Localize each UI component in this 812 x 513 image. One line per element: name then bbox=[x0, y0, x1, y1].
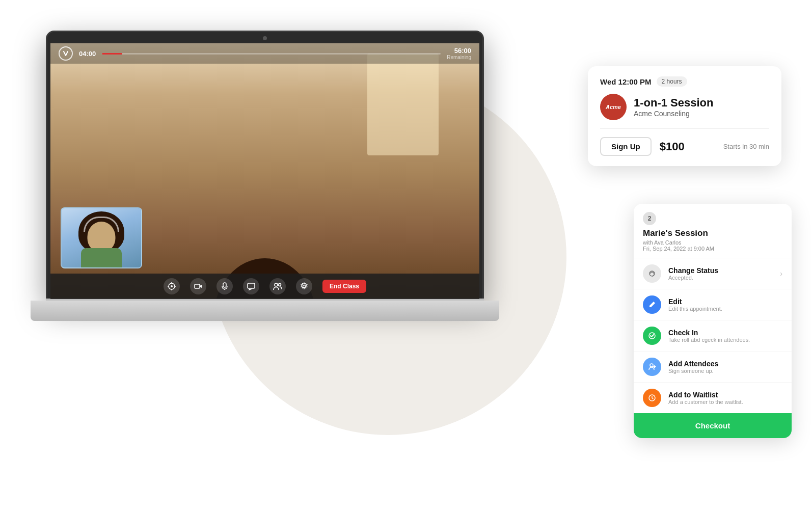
session-card-header: Wed 12:00 PM 2 hours bbox=[600, 76, 769, 87]
chat-control-btn[interactable] bbox=[243, 278, 259, 294]
starts-in-label: Starts in 30 min bbox=[723, 143, 769, 150]
add-waitlist-item[interactable]: Add to Waitlist Add a customer to the wa… bbox=[634, 383, 792, 413]
add-waitlist-label: Add to Waitlist bbox=[668, 391, 743, 399]
laptop-screen-bezel: 04:00 56:00 Remaining bbox=[46, 31, 484, 301]
progress-bar-fill bbox=[102, 53, 122, 55]
session-card: Wed 12:00 PM 2 hours Acme 1-on-1 Session… bbox=[588, 66, 781, 166]
session-title: 1-on-1 Session bbox=[634, 96, 713, 110]
svg-rect-6 bbox=[195, 284, 200, 288]
change-status-desc: Accepted. bbox=[668, 275, 718, 281]
end-class-button[interactable]: End Class bbox=[322, 280, 366, 293]
context-session-name: Marie's Session bbox=[643, 228, 782, 238]
change-status-item[interactable]: Change Status Accepted. › bbox=[634, 258, 792, 289]
settings-control-btn[interactable] bbox=[296, 278, 312, 294]
edit-desc: Edit this appointment. bbox=[668, 306, 722, 312]
edit-item[interactable]: Edit Edit this appointment. bbox=[634, 289, 792, 320]
context-date-label: Fri, Sep 24, 2022 at 9:00 AM bbox=[643, 246, 782, 252]
svg-point-10 bbox=[275, 283, 278, 286]
context-menu-header: 2 Marie's Session with Ava Carlos Fri, S… bbox=[634, 204, 792, 258]
video-screen: 04:00 56:00 Remaining bbox=[50, 43, 479, 299]
change-status-text: Change Status Accepted. bbox=[668, 266, 718, 281]
target-control-btn[interactable] bbox=[164, 278, 180, 294]
remaining-time: 56:00 bbox=[454, 47, 471, 55]
context-menu-card: 2 Marie's Session with Ava Carlos Fri, S… bbox=[634, 204, 792, 438]
self-video-thumbnail bbox=[61, 207, 142, 268]
context-with-label: with Ava Carlos bbox=[643, 239, 782, 246]
check-in-item[interactable]: Check In Take roll abd cgeck in attendee… bbox=[634, 320, 792, 352]
svg-point-11 bbox=[278, 284, 281, 286]
edit-text: Edit Edit this appointment. bbox=[668, 298, 722, 312]
participants-control-btn[interactable] bbox=[269, 278, 286, 294]
session-card-footer: Sign Up $100 Starts in 30 min bbox=[600, 128, 769, 156]
video-topbar: 04:00 56:00 Remaining bbox=[50, 43, 479, 64]
remaining-label: Remaining bbox=[447, 55, 471, 60]
add-waitlist-desc: Add a customer to the waitlist. bbox=[668, 399, 743, 405]
camera-control-btn[interactable] bbox=[190, 278, 206, 294]
progress-bar-container bbox=[102, 53, 441, 55]
session-title-block: 1-on-1 Session Acme Counseling bbox=[634, 96, 713, 118]
add-waitlist-icon bbox=[643, 389, 661, 407]
self-video-bg bbox=[62, 208, 141, 267]
add-attendees-icon bbox=[643, 358, 661, 376]
elapsed-time: 04:00 bbox=[79, 50, 96, 58]
laptop-base bbox=[31, 301, 499, 321]
add-attendees-item[interactable]: Add Attendees Sign someone up. bbox=[634, 352, 792, 383]
topbar-right: 56:00 Remaining bbox=[447, 47, 471, 60]
check-in-icon bbox=[643, 327, 661, 345]
laptop-container: 04:00 56:00 Remaining bbox=[46, 31, 489, 346]
check-in-label: Check In bbox=[668, 329, 750, 337]
svg-point-15 bbox=[650, 364, 653, 367]
duration-badge: 2 hours bbox=[657, 76, 687, 87]
edit-label: Edit bbox=[668, 298, 722, 306]
add-attendees-desc: Sign someone up. bbox=[668, 368, 718, 374]
session-number-badge: 2 bbox=[643, 212, 656, 225]
camera-dot bbox=[263, 36, 267, 40]
svg-point-12 bbox=[303, 285, 305, 288]
acme-logo: Acme bbox=[600, 94, 627, 120]
change-status-icon bbox=[643, 264, 661, 283]
add-attendees-text: Add Attendees Sign someone up. bbox=[668, 360, 718, 374]
mic-control-btn[interactable] bbox=[216, 278, 233, 294]
check-in-desc: Take roll abd cgeck in attendees. bbox=[668, 337, 750, 343]
check-in-text: Check In Take roll abd cgeck in attendee… bbox=[668, 329, 750, 343]
app-logo bbox=[59, 46, 73, 61]
add-waitlist-text: Add to Waitlist Add a customer to the wa… bbox=[668, 391, 743, 405]
session-title-row: Acme 1-on-1 Session Acme Counseling bbox=[600, 94, 769, 120]
change-status-label: Change Status bbox=[668, 266, 718, 275]
session-organization: Acme Counseling bbox=[634, 110, 713, 118]
svg-rect-9 bbox=[248, 283, 255, 288]
add-attendees-label: Add Attendees bbox=[668, 360, 718, 368]
session-day-time: Wed 12:00 PM bbox=[600, 77, 652, 86]
change-status-chevron: › bbox=[780, 269, 782, 278]
session-price: $100 bbox=[660, 140, 685, 153]
svg-rect-7 bbox=[223, 283, 226, 287]
window-light bbox=[367, 53, 439, 155]
edit-icon bbox=[643, 295, 661, 314]
video-controls-bar: End Class bbox=[50, 274, 479, 299]
svg-point-1 bbox=[171, 285, 173, 287]
checkout-button[interactable]: Checkout bbox=[634, 413, 792, 438]
topbar-left: 04:00 bbox=[59, 46, 96, 61]
signup-button[interactable]: Sign Up bbox=[600, 137, 652, 156]
